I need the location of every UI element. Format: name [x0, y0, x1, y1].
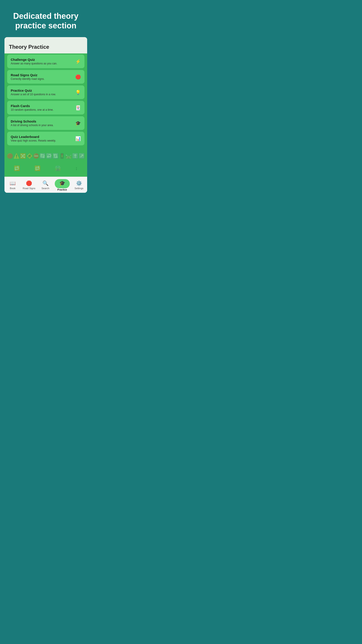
- nav-label-practice: Practice: [57, 188, 67, 191]
- deco-icon: 🛣️: [55, 166, 61, 171]
- phone-screen: Theory Practice Challenge Quiz Answer as…: [4, 37, 87, 193]
- deco-icon: ⚠️: [13, 153, 19, 159]
- nav-label-book: Book: [10, 187, 15, 190]
- nav-label-road-signs: Road Signs: [22, 187, 35, 190]
- nav-icon-search: 🔍: [42, 180, 48, 186]
- deco-icon: ⬆️: [72, 153, 78, 159]
- menu-item-icon: ⚡: [75, 59, 81, 64]
- menu-item-text: Driving Schools A list of driving school…: [11, 120, 53, 127]
- menu-item-text: Practice Quiz Answer a set of 10 questio…: [11, 88, 56, 96]
- deco-icon: 🚸: [26, 153, 33, 159]
- nav-icon-wrapper: 🎓: [55, 179, 70, 188]
- menu-item-icon: 🃏: [75, 105, 81, 110]
- menu-item-desc: View quiz high scores. Resets weekly.: [11, 139, 56, 142]
- deco-icon: 🔄: [39, 153, 45, 159]
- deco-icon: ↗️: [79, 153, 85, 159]
- nav-icon-wrapper: 🛑: [26, 180, 32, 187]
- header-title: Dedicated theory practice section: [7, 11, 85, 30]
- screen-header: Theory Practice: [4, 37, 87, 54]
- menu-item-desc: Answer as many questions as you can.: [11, 62, 57, 65]
- deco-icon: 🚦: [59, 153, 65, 159]
- nav-icon-wrapper: ⚙️: [76, 180, 82, 187]
- menu-item-flash-cards[interactable]: Flash Cards 10 random questions, one at …: [7, 101, 84, 114]
- deco-icons: 🛑⚠️🔀🚸⛔🔄↩️🔃🚦🛤️⬆️↗️🔁🔂🛣️↕️: [4, 148, 87, 177]
- menu-item-text: Road Signs Quiz Correctly identify road …: [11, 73, 44, 80]
- nav-icon-road-signs: 🛑: [26, 180, 32, 186]
- nav-item-practice[interactable]: 🎓 Practice: [54, 177, 71, 193]
- nav-icon-practice: 🎓: [59, 180, 65, 186]
- deco-icon: 🔀: [20, 153, 26, 159]
- menu-item-challenge-quiz[interactable]: Challenge Quiz Answer as many questions …: [7, 54, 84, 68]
- menu-item-road-signs-quiz[interactable]: Road Signs Quiz Correctly identify road …: [7, 70, 84, 84]
- menu-item-desc: Correctly identify road signs.: [11, 77, 44, 80]
- menu-item-title: Road Signs Quiz: [11, 73, 44, 77]
- deco-icon: ⛔: [33, 153, 39, 159]
- nav-label-settings: Settings: [75, 187, 84, 190]
- menu-item-icon: 💡: [75, 90, 81, 95]
- menu-item-icon: 🛑: [75, 74, 81, 80]
- menu-item-icon: 🎓: [75, 120, 81, 126]
- nav-label-search: Search: [41, 187, 49, 190]
- nav-icon-book: 📖: [9, 180, 16, 186]
- menu-item-title: Flash Cards: [11, 104, 53, 108]
- deco-icon: 🛑: [7, 153, 13, 159]
- screen-title: Theory Practice: [9, 44, 83, 50]
- deco-icon: 🔂: [34, 166, 40, 171]
- menu-item-quiz-leaderboard[interactable]: Quiz Leaderboard View quiz high scores. …: [7, 132, 84, 145]
- menu-item-text: Flash Cards 10 random questions, one at …: [11, 104, 53, 111]
- nav-item-book[interactable]: 📖 Book: [4, 177, 21, 193]
- nav-item-road-signs[interactable]: 🛑 Road Signs: [21, 177, 37, 193]
- menu-item-title: Quiz Leaderboard: [11, 135, 56, 139]
- menu-item-title: Challenge Quiz: [11, 58, 57, 62]
- nav-icon-wrapper: 📖: [9, 180, 16, 187]
- deco-icon: 🛤️: [65, 153, 71, 159]
- deco-icon: 🔁: [14, 166, 20, 171]
- decorative-area: 🛑⚠️🔀🚸⛔🔄↩️🔃🚦🛤️⬆️↗️🔁🔂🛣️↕️: [4, 148, 87, 177]
- menu-item-text: Challenge Quiz Answer as many questions …: [11, 58, 57, 65]
- menu-item-desc: A list of driving schools in your area.: [11, 124, 53, 127]
- menu-item-text: Quiz Leaderboard View quiz high scores. …: [11, 135, 56, 142]
- nav-item-search[interactable]: 🔍 Search: [37, 177, 54, 193]
- menu-item-desc: Answer a set of 10 questions in a row.: [11, 93, 56, 96]
- menu-item-driving-schools[interactable]: Driving Schools A list of driving school…: [7, 116, 84, 130]
- menu-area: Challenge Quiz Answer as many questions …: [4, 54, 87, 148]
- menu-item-title: Practice Quiz: [11, 88, 56, 92]
- deco-icon: ↩️: [46, 153, 52, 159]
- bottom-nav: 📖 Book 🛑 Road Signs 🔍 Search 🎓 Practice …: [4, 177, 87, 193]
- menu-item-practice-quiz[interactable]: Practice Quiz Answer a set of 10 questio…: [7, 86, 84, 99]
- header: Dedicated theory practice section: [0, 0, 92, 37]
- nav-item-settings[interactable]: ⚙️ Settings: [71, 177, 87, 193]
- menu-item-title: Driving Schools: [11, 120, 53, 123]
- nav-icon-wrapper: 🔍: [42, 180, 48, 187]
- nav-icon-settings: ⚙️: [76, 180, 82, 186]
- deco-icon: 🔃: [52, 153, 58, 159]
- menu-item-icon: 📊: [75, 136, 81, 141]
- menu-item-desc: 10 random questions, one at a time.: [11, 108, 53, 111]
- deco-icon: ↕️: [75, 166, 78, 171]
